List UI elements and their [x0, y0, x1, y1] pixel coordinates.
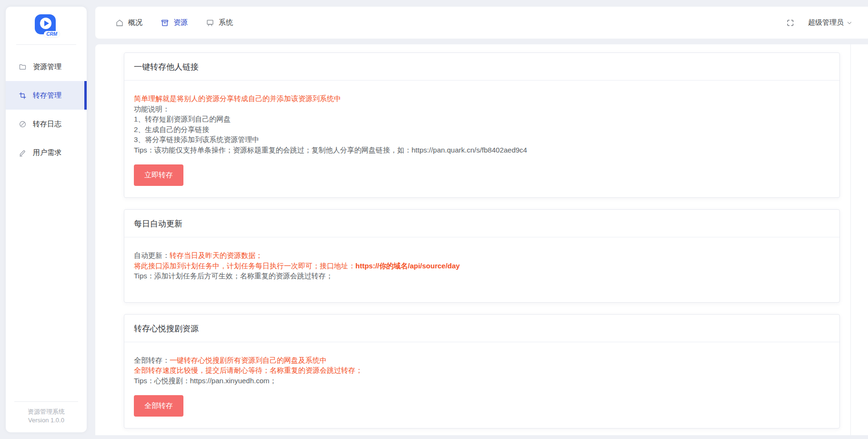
crop-icon [19, 92, 27, 100]
pen-icon [19, 149, 27, 157]
tab-label: 资源 [173, 18, 188, 27]
text-segment: 2、生成自己的分享链接 [134, 125, 209, 133]
text-segment: 全部转存： [134, 356, 170, 364]
topbar: 概况资源系统 超级管理员 [95, 7, 868, 39]
card-title: 一键转存他人链接 [124, 53, 839, 81]
sidebar-item-label: 用户需求 [33, 148, 61, 157]
text-line: 将此接口添加到计划任务中，计划任务每日执行一次即可；接口地址：https://你… [134, 261, 830, 271]
tab-label: 概况 [128, 18, 142, 27]
user-name: 超级管理员 [808, 18, 844, 27]
text-line: 全部转存：一键转存心悦搜剧所有资源到自己的网盘及系统中 [134, 355, 830, 366]
card-title: 转存心悦搜剧资源 [124, 315, 839, 342]
card-xinyue-transfer: 转存心悦搜剧资源全部转存：一键转存心悦搜剧所有资源到自己的网盘及系统中全部转存速… [124, 314, 840, 429]
sidebar-item-label: 转存日志 [33, 120, 61, 129]
chevron-down-icon [846, 20, 853, 26]
text-segment: 全部转存速度比较慢，提交后请耐心等待；名称重复的资源会跳过转存； [134, 366, 363, 374]
main-content: 一键转存他人链接简单理解就是将别人的资源分享转成自己的并添加该资源到系统中功能说… [95, 44, 868, 435]
text-segment: 一键转存心悦搜剧所有资源到自己的网盘及系统中 [170, 356, 327, 364]
box-icon [161, 19, 169, 27]
sidebar-footer: 资源管理系统 Version 1.0.0 [6, 401, 87, 432]
text-segment: 3、将分享链接添加到该系统资源管理中 [134, 135, 259, 143]
text-line: 全部转存速度比较慢，提交后请耐心等待；名称重复的资源会跳过转存； [134, 365, 830, 376]
text-line: 1、转存短剧资源到自己的网盘 [134, 114, 830, 124]
text-segment: 功能说明： [134, 105, 170, 113]
text-segment: 将此接口添加到计划任务中，计划任务每日执行一次即可；接口地址： [134, 262, 355, 270]
text-segment: 自动更新： [134, 251, 170, 259]
home-icon [115, 19, 124, 27]
card-body: 简单理解就是将别人的资源分享转成自己的并添加该资源到系统中功能说明：1、转存短剧… [124, 81, 839, 197]
logo-text: CRM [44, 31, 60, 37]
text-line: Tips：心悦搜剧：https://pan.xinyuedh.com； [134, 376, 830, 386]
card-body: 全部转存：一键转存心悦搜剧所有资源到自己的网盘及系统中全部转存速度比较慢，提交后… [124, 342, 839, 429]
tab-label: 系统 [219, 18, 233, 27]
sidebar-item-transfer-management[interactable]: 转存管理 [6, 81, 87, 110]
card-list: 一键转存他人链接简单理解就是将别人的资源分享转成自己的并添加该资源到系统中功能说… [95, 44, 868, 429]
footer-divider [14, 401, 78, 402]
text-line: 3、将分享链接添加到该系统资源管理中 [134, 134, 830, 145]
text-line: Tips：该功能仅支持单条操作；资源标题重复的会跳过；复制他人分享的网盘链接，如… [134, 145, 830, 155]
circle-slash-icon [19, 120, 27, 128]
text-segment: https://你的域名/api/source/day [355, 262, 460, 270]
sidebar-item-transfer-log[interactable]: 转存日志 [6, 110, 87, 138]
text-segment: 简单理解就是将别人的资源分享转成自己的并添加该资源到系统中 [134, 94, 341, 102]
text-segment: Tips：添加计划任务后方可生效；名称重复的资源会跳过转存； [134, 272, 333, 280]
card-body: 自动更新：转存当日及昨天的资源数据；将此接口添加到计划任务中，计划任务每日执行一… [124, 237, 839, 302]
logo-divider [16, 44, 76, 45]
monitor-icon [206, 19, 214, 27]
text-line: Tips：添加计划任务后方可生效；名称重复的资源会跳过转存； [134, 271, 830, 281]
tab-overview[interactable]: 概况 [115, 18, 142, 27]
sidebar: CRM 资源管理转存管理转存日志用户需求 资源管理系统 Version 1.0.… [6, 7, 87, 432]
text-segment: 转存当日及昨天的资源数据； [170, 251, 262, 259]
scrollbar-track [850, 44, 851, 435]
card-transfer-other-link: 一键转存他人链接简单理解就是将别人的资源分享转成自己的并添加该资源到系统中功能说… [124, 52, 840, 198]
sidebar-item-label: 资源管理 [33, 62, 61, 71]
sidebar-nav: 资源管理转存管理转存日志用户需求 [6, 52, 87, 167]
text-line: 自动更新：转存当日及昨天的资源数据； [134, 250, 830, 261]
transfer-all-button[interactable]: 全部转存 [134, 395, 183, 417]
card-daily-auto-update: 每日自动更新自动更新：转存当日及昨天的资源数据；将此接口添加到计划任务中，计划任… [124, 209, 840, 303]
system-name: 资源管理系统 [6, 408, 87, 416]
transfer-now-button[interactable]: 立即转存 [134, 164, 183, 186]
topbar-tabs: 概况资源系统 [115, 18, 233, 27]
card-title: 每日自动更新 [124, 210, 839, 237]
version-label: Version 1.0.0 [6, 416, 87, 425]
sidebar-item-label: 转存管理 [33, 91, 61, 100]
sidebar-item-user-requests[interactable]: 用户需求 [6, 138, 87, 167]
text-line: 2、生成自己的分享链接 [134, 124, 830, 135]
text-line: 简单理解就是将别人的资源分享转成自己的并添加该资源到系统中 [134, 93, 830, 104]
text-line: 功能说明： [134, 104, 830, 114]
tab-system[interactable]: 系统 [206, 18, 233, 27]
fullscreen-icon[interactable] [786, 19, 795, 27]
app-logo: CRM [6, 7, 87, 36]
user-menu[interactable]: 超级管理员 [808, 18, 853, 27]
tab-resources[interactable]: 资源 [161, 18, 188, 27]
text-segment: 1、转存短剧资源到自己的网盘 [134, 115, 231, 123]
text-segment: Tips：心悦搜剧：https://pan.xinyuedh.com； [134, 377, 277, 385]
text-segment: Tips：该功能仅支持单条操作；资源标题重复的会跳过；复制他人分享的网盘链接，如… [134, 146, 527, 154]
sidebar-item-resource-management[interactable]: 资源管理 [6, 52, 87, 81]
folder-icon [19, 63, 27, 71]
